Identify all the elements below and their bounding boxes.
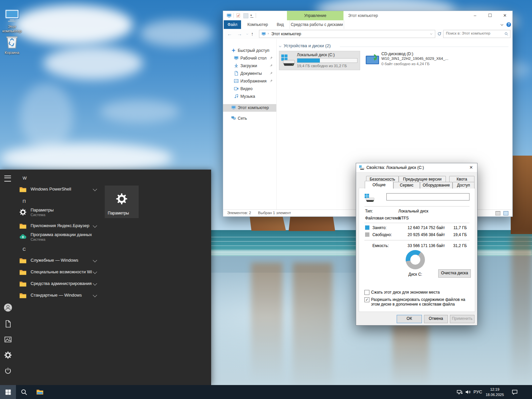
pictures-rail-icon[interactable] (4, 335, 12, 343)
qat-properties-icon[interactable] (236, 13, 241, 18)
pin-icon (269, 64, 273, 67)
details-view-icon[interactable] (495, 211, 500, 215)
qat-this-pc-icon[interactable] (226, 13, 232, 18)
user-avatar[interactable] (4, 304, 12, 312)
recent-locations-icon[interactable] (246, 33, 249, 36)
cliff (511, 156, 532, 234)
drive-d-tile[interactable]: CD-дисковод (D:) W10_3IN1_22H2_19045_602… (364, 51, 445, 69)
dialog-title: Свойства: Локальный диск (C:) (366, 165, 424, 170)
context-tab-header[interactable]: Управление (287, 11, 343, 20)
desktop-icon-this-pc[interactable]: Этот компьютер (0, 7, 24, 35)
apply-button[interactable]: Применить (450, 315, 474, 323)
up-icon[interactable]: ↑ (251, 31, 254, 37)
folder-icon (19, 186, 27, 194)
app-item-admin-tools[interactable]: Средства администрирования W... (18, 279, 103, 289)
search-box[interactable] (443, 30, 510, 38)
close-button[interactable]: ✕ (497, 11, 512, 20)
sidebar-item-quick-access[interactable]: Быстрый доступ (223, 47, 276, 55)
sidebar-item-pictures[interactable]: Изображения (223, 77, 276, 85)
app-item-settings[interactable]: Параметры Система (18, 207, 103, 219)
section-header-w[interactable]: W (23, 176, 27, 181)
documents-rail-icon[interactable] (4, 320, 12, 328)
disk-cleanup-button[interactable]: Очистка диска (438, 269, 471, 278)
compress-checkbox[interactable] (364, 290, 369, 295)
index-checkbox[interactable]: ✓ (364, 297, 369, 302)
tab-quota[interactable]: Квота (449, 176, 474, 183)
action-center-icon[interactable] (511, 389, 518, 395)
clock[interactable]: 12:19 18.06.2025 (485, 387, 505, 397)
tab-sharing[interactable]: Доступ (453, 182, 474, 189)
explorer-titlebar[interactable]: ▾ Управление Этот компьютер – ☐ ✕ (223, 11, 512, 20)
qat-new-folder-icon[interactable] (243, 13, 248, 18)
volume-tray-icon[interactable] (465, 389, 471, 395)
desktop-icon-recycle-bin[interactable]: Корзина (0, 33, 24, 60)
sidebar-item-documents[interactable]: Документы (223, 70, 276, 77)
address-location-icon (261, 32, 266, 36)
network-tray-icon[interactable] (456, 389, 463, 395)
clock-time: 12:19 (485, 387, 505, 392)
dialog-close-icon[interactable]: ✕ (465, 163, 477, 172)
back-icon[interactable]: ← (227, 31, 232, 37)
nav-pane: Быстрый доступ Рабочий стол Загрузки Док… (223, 39, 277, 210)
ok-button[interactable]: ОК (397, 315, 422, 323)
start-button[interactable] (0, 385, 16, 399)
tab-file[interactable]: Файл (224, 20, 241, 29)
app-item-backup[interactable]: Программа архивации данных Система (18, 232, 103, 243)
clock-date: 18.06.2025 (485, 392, 505, 397)
maximize-button[interactable]: ☐ (482, 11, 497, 20)
address-field[interactable]: › Этот компьютер (259, 30, 435, 38)
app-item-system-windows[interactable]: Служебные — Windows (18, 256, 103, 266)
settings-tile[interactable]: Параметры (105, 186, 139, 218)
forward-icon[interactable]: → (237, 31, 242, 37)
free-gb: 19,4 ГБ (446, 232, 467, 237)
app-item-accessibility[interactable]: Специальные возможности Win... (18, 268, 103, 278)
tab-view[interactable]: Вид (273, 20, 288, 29)
used-gb: 11,7 ГБ (446, 225, 467, 230)
power-rail-icon[interactable] (4, 367, 12, 375)
sidebar-item-videos[interactable]: Видео (223, 85, 276, 93)
drive-c-tile[interactable]: Локальный диск (C:) 19,4 ГБ свободно из … (279, 51, 360, 70)
section-header-s[interactable]: С (23, 247, 26, 252)
drive-name: Локальный диск (C:) (297, 53, 335, 57)
tile-label: Параметры (108, 211, 129, 215)
settings-rail-icon[interactable] (4, 351, 12, 359)
language-indicator[interactable]: РУС (473, 385, 482, 399)
icons-view-icon[interactable] (503, 211, 508, 215)
expand-ribbon-icon[interactable] (500, 23, 504, 27)
tab-computer[interactable]: Компьютер (244, 20, 272, 29)
sidebar-item-downloads[interactable]: Загрузки (223, 62, 276, 70)
tab-general[interactable]: Общие (365, 181, 393, 189)
addressbar: ← → ↑ › Этот компьютер (223, 29, 512, 39)
tab-hardware[interactable]: Оборудование (420, 182, 453, 189)
refresh-icon[interactable] (437, 32, 442, 36)
sidebar-item-this-pc[interactable]: Этот компьютер (223, 104, 276, 112)
app-item-accessories[interactable]: Стандартные — Windows (18, 291, 103, 301)
hamburger-icon[interactable] (4, 176, 11, 182)
desktop-icon-label: Этот компьютер (0, 25, 24, 33)
tab-previous-versions[interactable]: Предыдущие версии (399, 176, 446, 183)
search-icon[interactable] (504, 32, 508, 36)
hdd-icon (281, 54, 295, 66)
app-item-powershell[interactable]: Windows PowerShell (18, 185, 103, 195)
sidebar-item-music[interactable]: Музыка (223, 93, 276, 100)
section-header-p[interactable]: П (23, 199, 26, 204)
taskbar-explorer-button[interactable] (32, 385, 48, 399)
address-dropdown-icon[interactable] (430, 32, 433, 36)
qat-customize-icon[interactable]: ▾ (250, 14, 253, 18)
tab-disk-tools[interactable]: Средства работы с дисками (290, 20, 344, 29)
search-input[interactable] (445, 31, 502, 36)
sidebar-item-desktop[interactable]: Рабочий стол (223, 55, 276, 62)
dialog-titlebar[interactable]: Свойства: Локальный диск (C:) ✕ (356, 163, 477, 172)
app-item-yandex-folder[interactable]: Приложения Яндекс.Браузер (18, 221, 103, 231)
breadcrumb[interactable]: Этот компьютер (271, 32, 301, 36)
taskbar-search-button[interactable] (16, 385, 32, 399)
cancel-button[interactable]: Отмена (424, 315, 448, 323)
volume-label-input[interactable] (386, 193, 469, 200)
minimize-button[interactable]: – (467, 11, 482, 20)
collapse-group-icon[interactable] (278, 45, 282, 48)
group-header[interactable]: Устройства и диски (2) (278, 43, 508, 50)
help-icon[interactable]: ? (506, 22, 511, 27)
sidebar-item-network[interactable]: Сеть (223, 115, 276, 122)
tab-tools[interactable]: Сервис (393, 182, 420, 189)
folder-icon (19, 257, 27, 265)
